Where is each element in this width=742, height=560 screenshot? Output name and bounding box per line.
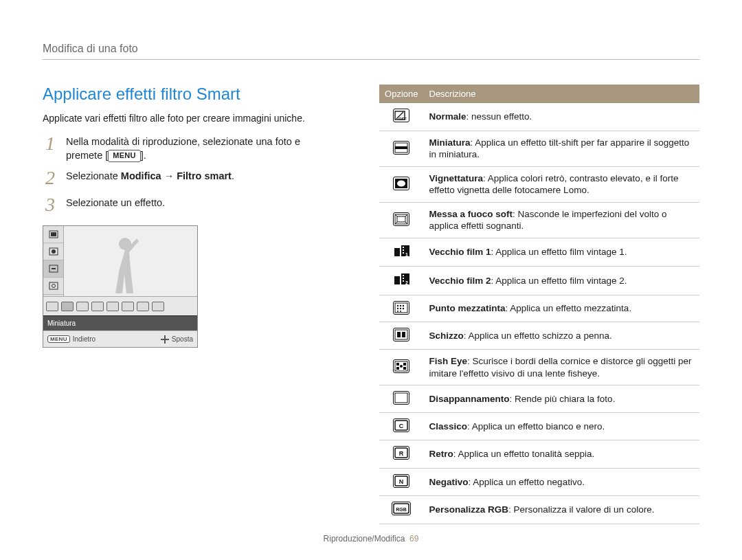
svg-text:R: R — [399, 450, 404, 457]
svg-point-15 — [397, 180, 405, 186]
filter-label: Miniatura — [43, 315, 197, 331]
step-emphasis: Modifica → Filtro smart — [121, 170, 232, 181]
option-name: Vecchio film 2 — [429, 276, 491, 286]
step-1: 1 Nella modalità di riproduzione, selezi… — [45, 133, 338, 163]
option-name: Retro — [429, 449, 453, 459]
svg-rect-30 — [403, 275, 404, 276]
svg-point-36 — [400, 305, 401, 306]
option-icon-cell: 2 — [379, 267, 423, 295]
option-description-cell: Miniatura: Applica un effetto tilt-shift… — [424, 131, 700, 166]
svg-rect-28 — [394, 276, 400, 284]
option-icon-cell: R — [379, 440, 423, 469]
option-name: Negativo — [429, 477, 469, 487]
option-icon-cell: RGB — [379, 496, 423, 524]
svg-rect-6 — [49, 282, 58, 289]
svg-point-39 — [400, 308, 401, 309]
svg-point-41 — [397, 311, 398, 312]
option-icon-cell — [379, 295, 423, 322]
option-name: Vignettatura — [429, 173, 484, 183]
option-description: : Applica un effetto bianco e nero. — [467, 421, 605, 432]
svg-point-38 — [397, 308, 398, 309]
svg-rect-47 — [396, 363, 399, 366]
retro-icon: R — [393, 446, 409, 460]
option-description: : Applica un effetto film vintage 1. — [491, 247, 627, 257]
option-icon-cell — [379, 350, 423, 385]
option-icon-cell: 1 — [379, 238, 423, 267]
svg-point-40 — [403, 308, 404, 309]
rgb-icon: RGB — [392, 502, 411, 515]
table-row: OFFNormale: nessun effetto. — [379, 103, 699, 131]
option-name: Fish Eye — [429, 356, 468, 366]
footer-back-label: Indietro — [73, 335, 95, 343]
svg-point-3 — [52, 249, 56, 254]
option-description-cell: Messa a fuoco soft: Nasconde le imperfez… — [424, 202, 700, 238]
table-row: 2Vecchio film 2: Applica un effetto film… — [379, 267, 699, 295]
svg-text:C: C — [399, 423, 404, 429]
footer-section: Riproduzione/Modifica — [324, 534, 405, 544]
option-description: : Applica un effetto mezzatinta. — [506, 303, 632, 313]
step-text-post: . — [232, 170, 234, 181]
option-name: Miniatura — [429, 137, 471, 148]
svg-rect-49 — [396, 367, 399, 370]
svg-point-35 — [397, 305, 398, 306]
option-description-cell: Retro: Applica un effetto tonalità seppi… — [424, 440, 700, 469]
svg-rect-17 — [397, 216, 405, 222]
thumb-icon — [137, 302, 149, 311]
table-row: NNegativo: Applica un effetto negativo. — [379, 468, 699, 496]
table-row: CClassico: Applica un effetto bianco e n… — [379, 412, 699, 440]
step-number: 3 — [45, 194, 66, 216]
table-row: Miniatura: Applica un effetto tilt-shift… — [379, 131, 699, 166]
negative-icon: N — [393, 474, 409, 488]
step-2: 2 Selezionate Modifica → Filtro smart. — [45, 168, 338, 189]
table-row: 1Vecchio film 1: Applica un effetto film… — [379, 238, 699, 267]
camera-screenshot: Miniatura MENU Indietro Sposta — [43, 225, 198, 348]
svg-rect-52 — [395, 393, 407, 403]
option-name: Punto mezzatinta — [429, 303, 506, 313]
option-name: Classico — [429, 421, 468, 432]
step-text-post: ]. — [141, 150, 146, 161]
menu-icon: MENU — [47, 335, 70, 343]
svg-rect-5 — [52, 268, 56, 269]
table-row: Fish Eye: Scurisce i bordi della cornice… — [379, 350, 699, 385]
step-number: 2 — [45, 168, 66, 189]
option-description-cell: Vecchio film 2: Applica un effetto film … — [424, 267, 700, 295]
step-number: 1 — [45, 133, 66, 155]
table-head-option: Opzione — [379, 85, 423, 103]
svg-point-7 — [52, 284, 55, 288]
svg-rect-34 — [395, 303, 407, 313]
table-row: Messa a fuoco soft: Nasconde le imperfez… — [379, 202, 699, 238]
svg-point-51 — [400, 365, 403, 368]
navigate-icon — [161, 335, 169, 344]
option-description-cell: Vignettatura: Applica colori retrò, cont… — [424, 166, 700, 202]
option-name: Vecchio film 1 — [429, 247, 491, 257]
step-text: Selezionate un effetto. — [66, 197, 165, 208]
option-icon-cell — [379, 322, 423, 350]
sketch-icon — [393, 328, 409, 341]
option-description: : Applica un effetto negativo. — [469, 477, 585, 487]
page-footer: Riproduzione/Modifica 69 — [0, 534, 742, 544]
vignette-icon — [393, 177, 409, 190]
option-description: : Personalizza il valore di un colore. — [508, 504, 654, 515]
option-description-cell: Fish Eye: Scurisce i bordi della cornice… — [424, 350, 700, 385]
footer-move-label: Sposta — [172, 335, 193, 343]
option-description-cell: Vecchio film 1: Applica un effetto film … — [424, 238, 700, 267]
svg-point-42 — [400, 311, 401, 312]
old-film-1-icon: 1 — [393, 244, 409, 258]
option-description: : Applica un effetto schizzo a penna. — [464, 331, 612, 341]
option-description-cell: Normale: nessun effetto. — [424, 103, 700, 131]
svg-rect-43 — [395, 330, 407, 339]
intro-text: Applicate vari effetti filtro alle foto … — [43, 112, 338, 125]
soft-focus-icon — [393, 212, 409, 226]
option-description-cell: Classico: Applica un effetto bianco e ne… — [424, 412, 700, 440]
halftone-icon — [393, 301, 409, 315]
option-icon-cell — [379, 202, 423, 238]
svg-rect-24 — [403, 247, 404, 248]
option-name: Messa a fuoco soft — [429, 209, 513, 219]
svg-rect-25 — [403, 249, 404, 251]
thumb-icon — [61, 302, 74, 311]
page-number: 69 — [409, 534, 418, 544]
option-description-cell: Negativo: Applica un effetto negativo. — [424, 468, 700, 496]
side-icon — [43, 278, 63, 295]
miniature-icon — [393, 141, 409, 155]
figure-silhouette-icon — [103, 233, 158, 296]
